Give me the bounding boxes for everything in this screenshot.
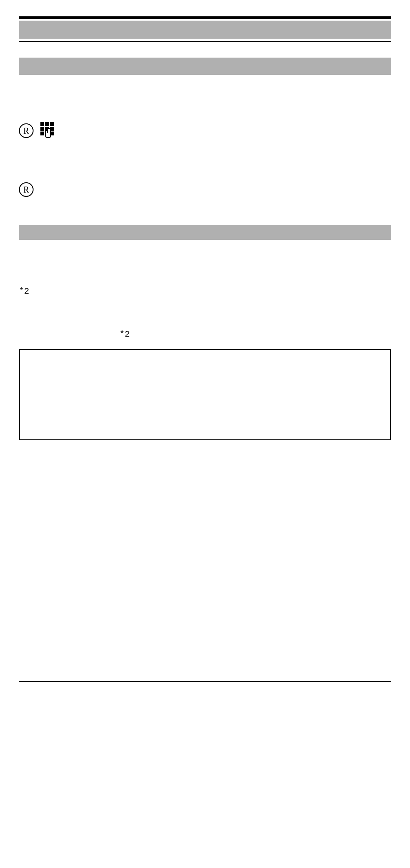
keypad-icon xyxy=(40,122,54,139)
spacer xyxy=(19,240,391,287)
top-thick-rule xyxy=(19,16,391,19)
header-underline xyxy=(19,41,391,42)
spacer xyxy=(19,139,391,182)
footer-rule xyxy=(19,681,391,682)
circled-r-icon: R xyxy=(19,123,34,138)
spacer xyxy=(19,296,391,330)
header-band xyxy=(19,21,391,39)
marker-star-2-a: *2 xyxy=(19,287,391,296)
bordered-panel xyxy=(19,349,391,440)
spacer-large xyxy=(19,440,391,681)
row-r-only: R xyxy=(19,182,391,197)
spacer xyxy=(19,197,391,212)
document-page: R R *2 *2 xyxy=(0,16,410,868)
row-r-keypad: R xyxy=(19,122,391,139)
marker-star-2-b: *2 xyxy=(119,330,391,339)
section-band-1 xyxy=(19,58,391,75)
circled-r-icon: R xyxy=(19,182,34,197)
section-band-2 xyxy=(19,225,391,240)
spacer xyxy=(19,75,391,122)
